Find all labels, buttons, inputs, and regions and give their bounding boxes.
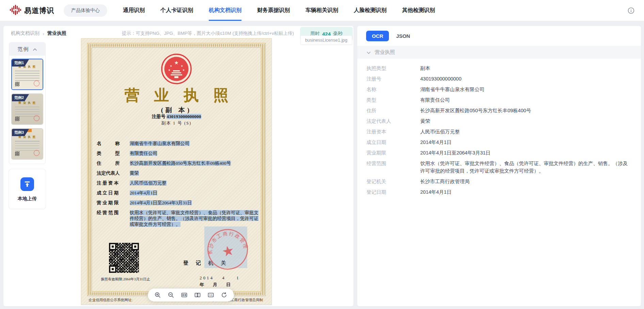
- examples-panel-title: 范例: [18, 46, 29, 53]
- field-reg-date: 登记日期2014年4月1日: [366, 187, 632, 197]
- svg-text:★: ★: [180, 64, 183, 68]
- zoom-out-icon[interactable]: [168, 292, 174, 298]
- breadcrumb-current: 营业执照: [47, 30, 66, 36]
- nav-items: 通用识别 个人卡证识别 机构文档识别 财务票据识别 车辆相关识别 人脸检测识别 …: [123, 0, 435, 21]
- svg-text:★: ★: [168, 69, 170, 72]
- nav-item-personal-card[interactable]: 个人卡证识别: [160, 0, 193, 21]
- field-reg-no: 注册号430193000000000: [366, 73, 632, 84]
- portal-pill[interactable]: 产品体验中心: [64, 4, 107, 17]
- license-row-address: 住 所长沙高新开发区麓松路050号东方红长丰09栋400号: [97, 160, 260, 166]
- recognition-workspace-card: 机构文档识别 › 营业执照 提示：可支持PNG、JPG、BMP等，图片大小须≤1…: [3, 26, 354, 306]
- chevron-up-icon: [33, 46, 37, 52]
- nav-item-face-detect[interactable]: 人脸检测识别: [354, 0, 387, 21]
- field-license-type: 执照类型副本: [366, 63, 632, 73]
- upload-tip-text: 提示：可支持PNG、JPG、BMP等，图片大小须≤10M (支持拖拽上传/ctr…: [122, 30, 294, 36]
- zoom-in-icon[interactable]: [155, 292, 161, 298]
- breadcrumb: 机构文档识别 › 营业执照: [11, 30, 66, 36]
- license-renewal-note: 换照有效期限:2064年3月31日止: [101, 277, 150, 282]
- license-reg-no: 430193000000000: [167, 114, 201, 119]
- nav-item-financial-bill[interactable]: 财务票据识别: [257, 0, 290, 21]
- actual-size-icon[interactable]: 1:1: [208, 292, 214, 298]
- field-term: 营业期限2014年4月1日至2064年3月31日: [366, 147, 632, 158]
- section-title: 营业执照: [375, 49, 395, 56]
- chevron-down-icon: [366, 49, 371, 55]
- rotate-icon[interactable]: [221, 292, 227, 298]
- result-tabs: OCR JSON: [357, 26, 641, 46]
- license-footer-left: 企业信用信息公示系统网址:: [89, 298, 132, 303]
- license-qr-code: [109, 243, 139, 273]
- license-row-scope: 经 营 范 围饮用水（凭许可证、审批文件经营）、食品（凭许可证、审批文件经营）的…: [97, 210, 260, 227]
- nav-item-other-detect[interactable]: 其他检测识别: [402, 0, 435, 21]
- field-name: 名称湖南省牛牛寨山泉水有限公司: [366, 84, 632, 94]
- ocr-result-panel: OCR JSON 营业执照 执照类型副本 注册号430193000000000 …: [357, 26, 641, 306]
- breadcrumb-parent[interactable]: 机构文档识别: [11, 30, 40, 36]
- examples-panel-toggle[interactable]: 范例: [9, 43, 45, 56]
- upload-label: 本地上传: [9, 196, 46, 202]
- svg-text:★: ★: [174, 60, 178, 65]
- field-type: 类型有限责任公司: [366, 94, 632, 105]
- license-document-image: ★ ★ ★ ★ ★ 营 业 执 照 (副 本) 注册号 430193000000…: [81, 38, 272, 305]
- license-date-line: 2014 4 1: [200, 275, 240, 281]
- top-nav: 易道博识 产品体验中心 通用识别 个人卡证识别 机构文档识别 财务票据识别 车辆…: [0, 0, 644, 21]
- svg-text:★: ★: [170, 64, 172, 68]
- example-thumbnails: 范例1 营 业 执 照 范例2 营 业 执 照: [9, 56, 45, 164]
- info-icon[interactable]: [628, 7, 634, 14]
- local-upload-button[interactable]: 本地上传: [9, 169, 46, 209]
- tab-json[interactable]: JSON: [396, 33, 410, 39]
- field-founded: 成立日期2014年4月1日: [366, 137, 632, 147]
- official-red-stamp: 长沙市工商行政管理局 ★: [202, 224, 253, 276]
- upload-icon: [20, 177, 34, 191]
- field-scope: 经营范围饮用水（凭许可证、审批文件经营）、食品（凭许可证、审批文件经营）的生产、…: [366, 158, 632, 176]
- field-address: 住所长沙高新开发区麓松路050号东方红长丰09栋400号: [366, 105, 632, 116]
- app-logo[interactable]: 易道博识: [10, 5, 54, 16]
- image-toolbar: 1:1: [148, 289, 234, 301]
- examples-sidebar: 范例 范例1 营 业 执 照: [9, 42, 46, 209]
- fit-width-icon[interactable]: [181, 292, 187, 298]
- nav-item-institution-doc[interactable]: 机构文档识别: [209, 0, 241, 21]
- national-emblem-icon: ★ ★ ★ ★ ★: [161, 53, 192, 86]
- license-row-name: 名 称湖南省牛牛寨山泉水有限公司: [97, 141, 260, 146]
- breadcrumb-separator: ›: [43, 31, 44, 36]
- nav-item-general[interactable]: 通用识别: [123, 0, 145, 21]
- svg-text:1:1: 1:1: [209, 294, 213, 296]
- license-reg-no-line: 注册号 430193000000000: [81, 114, 272, 120]
- nav-item-vehicle[interactable]: 车辆相关识别: [305, 0, 338, 21]
- license-row-capital: 注 册 资 本人民币伍佰万元整: [97, 180, 260, 186]
- tab-ocr[interactable]: OCR: [366, 31, 389, 41]
- license-date-units: 年 月 日: [200, 282, 231, 288]
- example-thumbnail-2[interactable]: 范例2 营 业 执 照: [11, 93, 43, 125]
- license-row-founded: 成 立 日 期2014年4月1日: [97, 190, 260, 196]
- svg-text:★: ★: [221, 242, 236, 260]
- license-row-type: 类 型有限责任公司: [97, 150, 260, 156]
- filename-tag: businessLicense1.jpg: [300, 35, 352, 45]
- example-thumbnail-1[interactable]: 范例1 营 业 执 照: [11, 59, 43, 90]
- license-title: 营 业 执 照: [81, 85, 272, 105]
- section-business-license[interactable]: 营业执照: [357, 46, 641, 59]
- license-row-legal-rep: 法定代表人黄荣: [97, 170, 260, 176]
- license-copy-line: 副本 1 号 (S): [81, 120, 272, 126]
- example-thumbnail-3[interactable]: 范例3 营 业 执 照: [11, 128, 43, 160]
- logo-soundwave-icon: [10, 5, 21, 16]
- license-row-term: 营 业 期 限2014年4月1日至2064年3月31日: [97, 200, 260, 206]
- field-capital: 注册资本人民币伍佰万元整: [366, 126, 632, 137]
- field-registrar: 登记机关长沙市工商行政管理局: [366, 176, 632, 187]
- svg-text:★: ★: [182, 69, 185, 72]
- license-fields: 名 称湖南省牛牛寨山泉水有限公司 类 型有限责任公司 住 所长沙高新开发区麓松路…: [97, 141, 260, 231]
- result-fields: 执照类型副本 注册号430193000000000 名称湖南省牛牛寨山泉水有限公…: [357, 59, 641, 201]
- fit-height-icon[interactable]: [194, 292, 201, 298]
- field-legal-rep: 法定代表人黄荣: [366, 116, 632, 126]
- logo-text: 易道博识: [24, 6, 54, 15]
